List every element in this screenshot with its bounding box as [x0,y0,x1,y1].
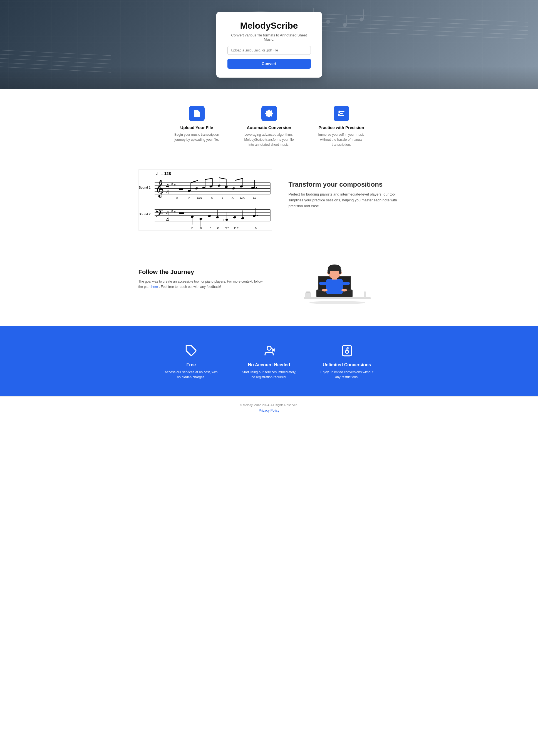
svg-rect-119 [342,282,350,285]
journey-text: Follow the Journey The goal was to creat… [138,268,264,290]
blue-free-title: Free [163,363,219,368]
svg-text:E: E [188,197,190,200]
feature-conversion: Automatic Conversion Leveraging advanced… [241,106,297,147]
svg-text:4: 4 [166,183,169,189]
person-svg [301,248,373,310]
svg-text:B: B [255,227,256,229]
svg-text:F#: F# [253,197,256,200]
footer: © MelodyScribe 2024. All Rights Reserved… [0,396,538,420]
blue-free-desc: Access our services at no cost, with no … [163,370,219,380]
transform-desc: Perfect for budding pianists and interme… [289,192,400,209]
svg-text:♩: ♩ [156,171,158,176]
feature-practice-desc: Immerse yourself in your music without t… [314,132,369,147]
svg-rect-118 [319,282,327,285]
feature-upload: Upload Your File Begin your music transc… [169,106,225,147]
svg-line-61 [235,178,243,180]
blue-feature-unlimited: Unlimited Conversions Enjoy unlimited co… [319,343,375,380]
svg-point-27 [338,115,340,116]
svg-rect-132 [364,292,366,298]
svg-text:F#E: F#E [224,227,229,229]
svg-text:B: B [209,227,211,229]
svg-text:G: G [217,227,219,229]
svg-rect-41 [179,189,183,190]
svg-point-135 [267,346,271,350]
svg-rect-130 [305,292,311,297]
journey-title: Follow the Journey [138,268,264,276]
sheet-transform-section: ♩ = 128 Sound 1 𝄞 4 4 # # [116,164,422,243]
svg-text:𝄞: 𝄞 [155,180,164,198]
user-x-icon [261,343,277,359]
blue-feature-free: Free Access our services at no cost, wit… [163,343,219,380]
svg-text:4: 4 [166,216,169,222]
sheet-music-display: ♩ = 128 Sound 1 𝄞 4 4 # # [138,169,272,232]
svg-text:C: C [200,227,202,229]
journey-section: Follow the Journey The goal was to creat… [116,243,422,326]
music-note-icon [339,343,355,359]
transform-content: Transform your compositions Perfect for … [289,169,400,209]
svg-line-141 [347,348,349,348]
blue-section: Free Access our services at no cost, wit… [0,326,538,396]
svg-text:Sound 1: Sound 1 [139,186,151,189]
svg-text:♭: ♭ [222,217,224,221]
hero-subtitle: Convert various file formats to Annotate… [228,33,311,41]
svg-text:4: 4 [166,189,169,195]
svg-text:B: B [211,197,212,200]
feature-upload-title: Upload Your File [169,125,225,130]
svg-text:#: # [171,208,173,213]
convert-button[interactable]: Convert [228,59,311,69]
svg-text:F#G: F#G [240,197,244,200]
svg-point-64 [255,187,257,188]
svg-point-103 [257,215,258,216]
blue-no-account-desc: Start using our services immediately, no… [241,370,297,380]
svg-text:#: # [174,183,176,188]
blue-unlimited-title: Unlimited Conversions [319,363,375,368]
svg-point-133 [309,301,365,304]
music-list-icon [334,106,349,121]
svg-text:B: B [176,197,178,200]
svg-text:F#G: F#G [197,197,202,200]
transform-title: Transform your compositions [289,181,400,188]
svg-rect-131 [306,292,310,293]
svg-point-42 [188,190,191,192]
feature-conversion-title: Automatic Conversion [241,125,297,130]
svg-rect-85 [179,212,184,214]
sheet-music-svg: ♩ = 128 Sound 1 𝄞 4 4 # # [138,169,272,231]
svg-text:A: A [222,197,224,200]
blue-feature-no-account: No Account Needed Start using our servic… [241,343,297,380]
svg-rect-126 [328,269,330,274]
svg-point-101 [252,214,256,217]
svg-rect-112 [304,297,371,299]
hero-card: MelodyScribe Convert various file format… [216,12,322,78]
feature-practice: Practice with Precision Immerse yourself… [314,106,369,147]
gear-icon [261,106,277,121]
privacy-policy-link[interactable]: Privacy Policy [259,409,279,413]
svg-line-46 [191,180,198,183]
svg-point-139 [345,350,349,353]
tag-icon [184,343,199,359]
svg-text:#: # [174,210,176,215]
journey-link[interactable]: here [151,285,158,289]
svg-point-57 [232,187,235,190]
file-upload-input[interactable] [228,46,311,55]
svg-point-90 [208,214,211,217]
upload-icon [189,106,205,121]
svg-text:E-E: E-E [234,227,239,229]
svg-rect-127 [339,269,342,274]
journey-desc: The goal was to create an accessible too… [138,279,264,290]
svg-line-51 [205,178,212,179]
svg-rect-117 [326,279,343,294]
hero-section: MelodyScribe Convert various file format… [0,0,538,89]
blue-unlimited-desc: Enjoy unlimited conversions without any … [319,370,375,380]
blue-no-account-title: No Account Needed [241,363,297,368]
feature-upload-desc: Begin your music transcription journey b… [169,132,225,142]
svg-text:E: E [191,227,193,229]
svg-point-128 [322,289,328,292]
feature-practice-title: Practice with Precision [314,125,369,130]
svg-text:4: 4 [166,210,169,216]
svg-text:G: G [232,197,234,200]
footer-copyright: © MelodyScribe 2024. All Rights Reserved… [7,403,531,407]
svg-point-129 [342,289,347,292]
feature-conversion-desc: Leveraging advanced algorithms, MelodySc… [241,132,297,147]
svg-point-62 [251,186,255,190]
svg-text:Sound 2: Sound 2 [139,212,151,216]
